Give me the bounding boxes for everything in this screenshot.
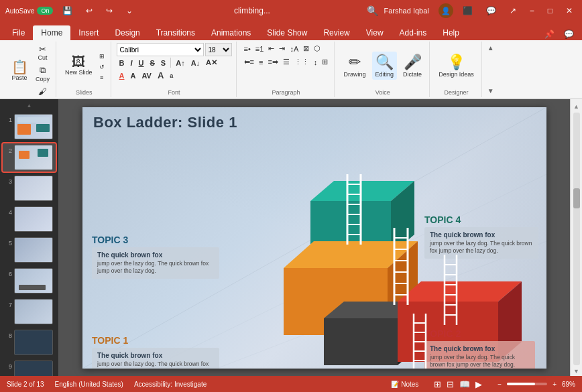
line-spacing-button[interactable]: ↕ xyxy=(312,56,320,68)
comment-button[interactable]: 💬 xyxy=(482,5,500,17)
format-painter-button[interactable]: 🖌 xyxy=(34,85,52,98)
font-family-select[interactable]: Calibri xyxy=(117,43,204,56)
topic1-box: The quick brown fox jump over the lazy d… xyxy=(92,348,219,369)
notes-button[interactable]: 📝 Notes xyxy=(388,379,421,389)
text-highlight-button[interactable]: A xyxy=(128,70,139,81)
tab-insert[interactable]: Insert xyxy=(70,25,107,40)
slide-thumbnail-8[interactable]: 8 xyxy=(3,328,56,356)
tab-animations[interactable]: Animations xyxy=(203,25,259,40)
section-button[interactable]: ≡ xyxy=(97,73,107,82)
scroll-down-arrow[interactable]: ▼ xyxy=(572,367,581,376)
underline-button[interactable]: U xyxy=(136,58,147,68)
tab-slideshow[interactable]: Slide Show xyxy=(259,25,315,40)
topic3-box: The quick brown fox jump over the lazy d… xyxy=(92,247,219,279)
presenter-view-button[interactable]: ▶ xyxy=(473,379,484,390)
layout-icon: ⊞ xyxy=(99,53,105,60)
editing-button[interactable]: 🔍 Editing xyxy=(372,52,398,80)
slide-thumbnail-1[interactable]: 1 xyxy=(3,113,56,141)
username: Farshad Iqbal xyxy=(384,7,428,15)
dictate-button[interactable]: 🎤 Dictate xyxy=(400,52,425,80)
save-button[interactable]: 💾 xyxy=(58,5,76,17)
font-size-btn3[interactable]: a xyxy=(167,70,176,81)
slide-thumbnail-5[interactable]: 5 xyxy=(3,236,56,264)
italic-button[interactable]: I xyxy=(128,58,135,68)
shadow-button[interactable]: S xyxy=(158,58,168,68)
slide-sorter-button[interactable]: ⊟ xyxy=(445,379,456,390)
align-right-button[interactable]: ≡➡ xyxy=(266,56,280,68)
justify-button[interactable]: ☰ xyxy=(281,56,292,68)
bullets-button[interactable]: ≡• xyxy=(242,43,253,54)
char-spacing-button[interactable]: AV xyxy=(139,70,154,81)
tab-home[interactable]: Home xyxy=(33,25,70,40)
font-size-btn2[interactable]: A xyxy=(155,70,166,81)
normal-view-button[interactable]: ⊞ xyxy=(432,379,443,390)
drawing-button[interactable]: ✏ Drawing xyxy=(341,52,369,80)
dictate-icon: 🎤 xyxy=(404,54,422,71)
ribbon-pin-button[interactable]: 📌 xyxy=(540,28,559,40)
tab-view[interactable]: View xyxy=(358,25,392,40)
slide-thumbnail-4[interactable]: 4 xyxy=(3,205,56,233)
text-direction-button[interactable]: ↕A xyxy=(288,43,300,54)
align-text-button[interactable]: ⊠ xyxy=(301,43,311,54)
tab-help[interactable]: Help xyxy=(434,25,467,40)
slide-canvas[interactable]: Box Ladder: Slide 1 TOPIC 3 The quick br… xyxy=(82,107,546,369)
clear-format-button[interactable]: A✕ xyxy=(203,58,220,68)
numbering-button[interactable]: ≡1 xyxy=(253,43,266,54)
zoom-in-button[interactable]: + xyxy=(550,379,559,389)
font-size-decrease-button[interactable]: A↓ xyxy=(188,58,202,68)
decrease-indent-button[interactable]: ⇤ xyxy=(266,43,276,54)
columns-button[interactable]: ⋮⋮ xyxy=(292,56,311,68)
restore-button[interactable]: □ xyxy=(544,5,557,17)
ribbon-collapse-button[interactable]: ⬛ xyxy=(459,5,477,17)
ribbon-scroll-down[interactable]: ▼ xyxy=(483,86,498,96)
paragraph-options-button[interactable]: ⊞ xyxy=(320,56,330,68)
ribbon-group-paragraph: ≡• ≡1 ⇤ ⇥ ↕A ⊠ ⬡ ⬅≡ ≡ ≡➡ ☰ ⋮⋮ ↕ ⊞ Paragr… xyxy=(238,42,335,97)
undo-button[interactable]: ↩ xyxy=(82,5,97,17)
tab-design[interactable]: Design xyxy=(107,25,148,40)
align-center-button[interactable]: ≡ xyxy=(257,56,265,68)
reset-button[interactable]: ↺ xyxy=(97,62,107,72)
slide-thumbnail-3[interactable]: 3 xyxy=(3,174,56,202)
reading-view-button[interactable]: 📖 xyxy=(457,379,472,390)
font-size-increase-button[interactable]: A↑ xyxy=(173,58,187,68)
tab-addins[interactable]: Add-ins xyxy=(392,25,435,40)
topic3-label: TOPIC 3 xyxy=(92,235,219,245)
share-button[interactable]: ↗ xyxy=(506,5,520,17)
tab-review[interactable]: Review xyxy=(315,25,357,40)
font-color-button[interactable]: A xyxy=(117,70,127,81)
align-left-button[interactable]: ⬅≡ xyxy=(242,56,256,68)
slide-thumbnail-9[interactable]: 9 xyxy=(3,359,56,376)
scroll-up-arrow[interactable]: ▲ xyxy=(572,102,581,111)
slide-thumbnail-2[interactable]: 2 xyxy=(3,143,56,172)
slide-thumbnail-7[interactable]: 7 xyxy=(3,298,56,326)
topic1-box-text: jump over the lazy dog. The quick brown … xyxy=(97,361,214,369)
ribbon-scroll-up[interactable]: ▲ xyxy=(483,43,498,53)
notes-icon: 📝 xyxy=(391,381,399,388)
smartart-button[interactable]: ⬡ xyxy=(312,43,323,54)
zoom-out-button[interactable]: − xyxy=(495,379,504,389)
tab-file[interactable]: File xyxy=(4,25,33,40)
redo-button[interactable]: ↪ xyxy=(102,5,117,17)
design-ideas-button[interactable]: 💡 Design Ideas xyxy=(435,52,477,80)
paste-button[interactable]: 📋 Paste xyxy=(7,58,32,83)
minimize-button[interactable]: − xyxy=(526,5,538,17)
topic2-box-text: jump over the lazy dog. The quick brown … xyxy=(430,354,530,369)
customize-button[interactable]: ⌄ xyxy=(122,5,137,17)
autosave-toggle[interactable]: On xyxy=(37,7,53,15)
bold-button[interactable]: B xyxy=(117,58,127,68)
slide-image-5 xyxy=(14,237,53,263)
strikethrough-button[interactable]: S xyxy=(148,58,158,68)
increase-indent-button[interactable]: ⇥ xyxy=(277,43,287,54)
cut-button[interactable]: ✂ Cut xyxy=(34,43,52,62)
search-icon[interactable]: 🔍 xyxy=(367,5,378,16)
slide-thumbnail-6[interactable]: 6 xyxy=(3,267,56,295)
font-size-select[interactable]: 18 xyxy=(205,43,232,56)
copy-button[interactable]: ⧉ Copy xyxy=(34,64,52,84)
layout-button[interactable]: ⊞ xyxy=(97,52,107,61)
close-button[interactable]: ✕ xyxy=(562,5,577,17)
language: English (United States) xyxy=(55,381,123,388)
tab-transitions[interactable]: Transitions xyxy=(148,25,203,40)
ribbon-comment-btn[interactable]: 💬 xyxy=(560,28,578,40)
new-slide-button[interactable]: 🖼 New Slide xyxy=(62,53,96,78)
slide-image-3 xyxy=(14,176,53,201)
